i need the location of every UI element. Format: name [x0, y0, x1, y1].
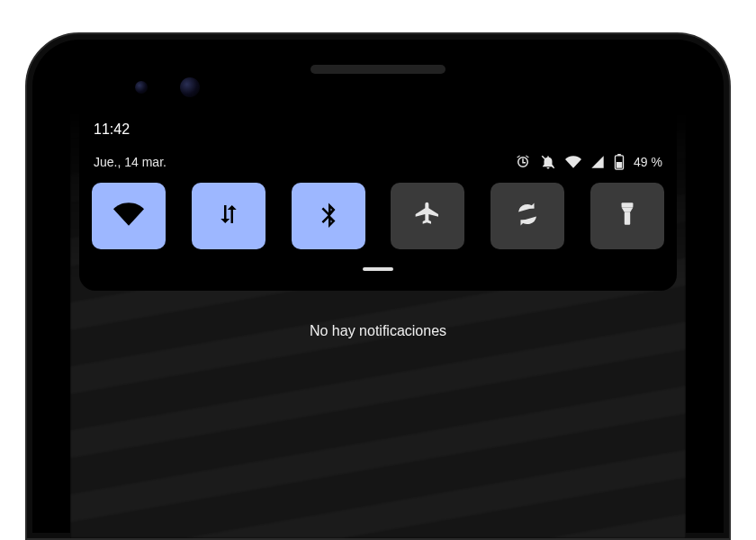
airplane-tile[interactable] [391, 183, 464, 249]
svg-rect-3 [622, 202, 634, 207]
bluetooth-tile[interactable] [292, 183, 365, 249]
wifi-icon [565, 154, 581, 170]
alarm-icon [515, 154, 531, 170]
svg-rect-2 [616, 162, 622, 168]
screen: 11:42 Jue., 14 mar. [70, 111, 686, 538]
svg-rect-1 [617, 154, 621, 156]
quick-settings-panel: 11:42 Jue., 14 mar. [79, 111, 677, 291]
mobile-data-tile[interactable] [192, 183, 266, 249]
flashlight-tile[interactable] [590, 183, 664, 249]
phone-frame: 11:42 Jue., 14 mar. [25, 32, 731, 540]
svg-marker-4 [622, 208, 634, 212]
shade-drag-handle[interactable] [363, 267, 393, 271]
wifi-tile[interactable] [92, 183, 166, 249]
proximity-sensor [135, 81, 148, 94]
no-notifications-label: No hay notificaciones [70, 323, 686, 339]
auto-rotate-icon [514, 201, 541, 231]
auto-rotate-tile[interactable] [490, 183, 564, 249]
airplane-icon [413, 200, 442, 232]
data-arrows-icon [215, 201, 242, 231]
cellular-signal-icon [590, 155, 605, 169]
svg-rect-6 [626, 215, 628, 219]
date-label: Jue., 14 mar. [94, 155, 166, 169]
wifi-icon [113, 199, 144, 233]
battery-percent-label: 49 % [634, 155, 662, 169]
front-camera [180, 77, 200, 97]
battery-icon [614, 154, 625, 170]
quick-tiles-row [88, 181, 668, 251]
status-row: Jue., 14 mar. [88, 154, 668, 181]
status-bar-clock: 11:42 [88, 118, 668, 154]
status-icons: 49 % [515, 154, 662, 170]
bluetooth-icon [315, 201, 342, 231]
flashlight-icon [616, 201, 639, 231]
earpiece-speaker [310, 65, 446, 74]
dnd-off-icon [540, 154, 556, 170]
